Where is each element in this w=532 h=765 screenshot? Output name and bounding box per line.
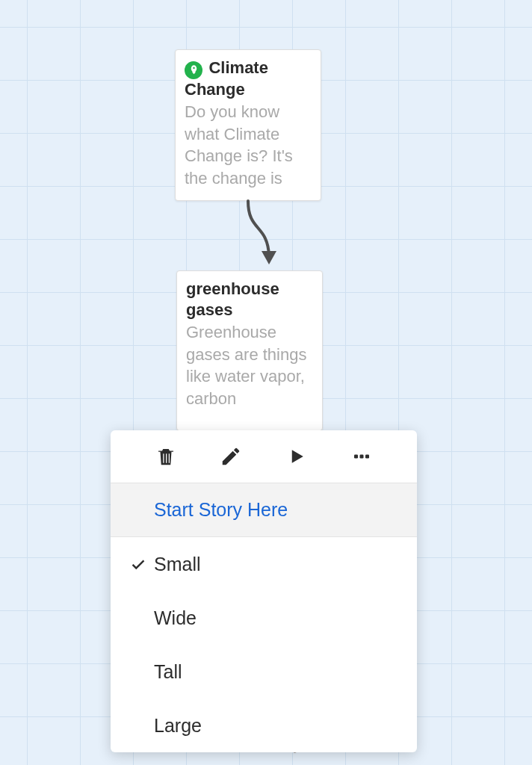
node-body: Greenhouse gases are things like water v… [186, 321, 313, 410]
check-icon [127, 556, 149, 572]
story-node-climate-change[interactable]: Climate Change Do you know what Climate … [175, 49, 321, 201]
menu-item-size-wide[interactable]: Wide [111, 591, 417, 645]
rocket-icon [185, 61, 202, 79]
menu-item-start-story-here[interactable]: Start Story Here [111, 483, 417, 537]
node-body: Do you know what Climate Change is? It's… [185, 101, 312, 190]
node-context-menu: Start Story Here Small Wide Tall Large [111, 430, 417, 752]
more-icon [350, 445, 373, 468]
pencil-icon [220, 445, 242, 468]
play-button[interactable] [284, 444, 309, 469]
context-toolbar [111, 430, 417, 483]
menu-item-label: Start Story Here [154, 499, 288, 521]
edit-button[interactable] [218, 444, 244, 469]
play-icon [285, 445, 308, 468]
menu-item-label: Tall [154, 661, 182, 683]
menu-item-label: Large [154, 715, 202, 737]
menu-item-size-small[interactable]: Small [111, 537, 417, 591]
svg-rect-2 [360, 455, 364, 459]
svg-rect-3 [365, 455, 369, 459]
story-node-greenhouse-gases[interactable]: greenhouse gases Greenhouse gases are th… [176, 270, 323, 431]
menu-item-label: Wide [154, 607, 197, 629]
menu-item-label: Small [154, 554, 201, 575]
menu-item-size-tall[interactable]: Tall [111, 645, 417, 699]
menu-item-size-large[interactable]: Large [111, 699, 417, 752]
delete-button[interactable] [153, 444, 179, 469]
svg-rect-1 [354, 455, 358, 459]
node-title: greenhouse gases [186, 279, 279, 319]
trash-icon [155, 445, 177, 468]
more-button[interactable] [349, 444, 374, 469]
